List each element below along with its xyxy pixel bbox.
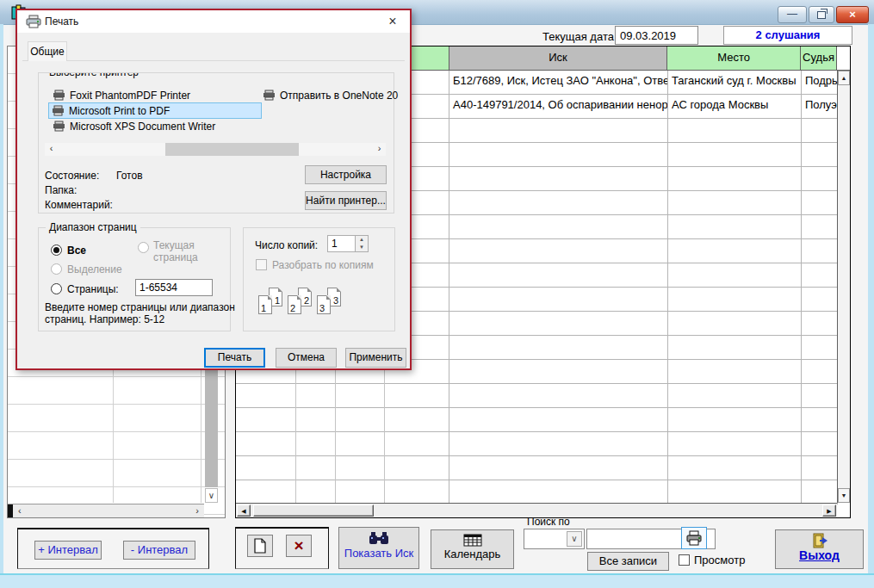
radio-all-label[interactable]: Все [67,244,86,257]
minus-interval-button[interactable]: - Интервал [123,541,195,560]
column-header-isk[interactable]: Иск [449,46,668,71]
radio-current-page[interactable] [138,242,149,253]
all-records-button[interactable]: Все записи [587,552,669,571]
print-button[interactable]: Печать [204,348,265,368]
table-row-empty [236,480,850,504]
collate-page-number: 2 [304,295,309,306]
calendar-button[interactable]: Календарь [431,529,514,569]
collate-page-number: 2 [290,303,295,313]
scroll-up-button[interactable]: ▲ [838,71,850,85]
printer-item-selected[interactable]: Microsoft Print to PDF [48,102,262,119]
window-frame-bottom [0,573,874,588]
cell-mesto: Таганский суд г. Москвы [668,71,802,95]
printer-item-icon [263,90,276,101]
close-button[interactable]: × [836,6,869,23]
spin-down-icon[interactable]: ▼ [356,244,368,251]
plus-interval-button[interactable]: + Интервал [34,541,102,560]
delete-record-button[interactable]: × [286,535,312,557]
hscroll-thumb[interactable] [253,504,374,517]
search-field-dropdown[interactable]: ∨ [524,529,585,549]
list-scroll-left-icon[interactable]: ‹ [45,143,58,156]
copies-input[interactable] [327,235,356,252]
apply-button[interactable]: Применить [345,348,406,368]
table-row-empty [236,456,850,480]
window-frame-right [868,24,874,588]
table-row-empty [236,384,850,408]
radio-selection-label: Выделение [67,263,122,275]
binoculars-icon [369,531,389,546]
exit-door-icon [811,533,828,548]
radio-pages-label: Страницы: [67,283,119,295]
minimize-button[interactable]: — [778,6,807,23]
left-panel-scroll-down-icon[interactable]: ∨ [205,488,218,503]
pages-range-input[interactable] [135,279,213,296]
restore-icon [817,11,826,19]
printer-item-icon [52,105,65,116]
left-panel-scroll-edge [8,504,13,517]
dropdown-chevron-icon[interactable]: ∨ [567,531,582,547]
radio-selection[interactable] [51,263,62,275]
print-button-toolbar[interactable] [681,527,707,549]
header-scroll-corner [837,46,850,71]
column-header-mesto[interactable]: Место [667,46,801,71]
cell-isk: Б12/7689, Иск, Истец ЗАО "Анкона", Ответ… [449,71,668,95]
cell-mesto: АС города Москвы [668,95,802,119]
printer-icon [685,530,703,546]
print-dialog-close-button[interactable]: × [382,12,403,31]
tab-general[interactable]: Общие [28,41,67,61]
new-record-button[interactable] [247,535,273,557]
radio-pages[interactable] [51,283,62,294]
calendar-label: Календарь [431,548,513,560]
left-panel-hscrollbar[interactable]: ‹ › [8,504,204,517]
minimize-icon: — [787,8,797,20]
scroll-down-icon: ▼ [841,492,847,498]
printer-item-label: Foxit PhantomPDF Printer [70,90,190,102]
find-printer-button[interactable]: Найти принтер... [305,191,387,210]
printer-item[interactable]: Microsoft XPS Document Writer [50,119,218,133]
radio-all[interactable] [51,244,62,256]
scroll-left-button[interactable]: ◀ [237,504,251,517]
restore-button[interactable] [809,6,834,23]
settings-button[interactable]: Настройка [305,165,387,184]
scroll-up-icon: ▲ [841,75,847,81]
printer-item-icon [53,90,65,101]
comment-label: Комментарий: [45,199,113,211]
left-scroll-left-icon[interactable]: ‹ [18,505,22,517]
exit-button[interactable]: Выход [775,529,864,569]
list-scroll-thumb[interactable] [165,143,299,156]
printer-item-label: Microsoft Print to PDF [69,105,170,117]
printer-list-hscrollbar[interactable]: ‹ › [45,143,386,156]
scroll-right-button[interactable]: ▶ [822,504,836,517]
red-x-icon: × [294,536,303,554]
collate-checkbox-label: Разобрать по копиям [272,259,374,271]
printer-item[interactable]: Отправить в OneNote 20 [260,88,400,102]
window-frame-left [0,24,3,588]
hearings-badge[interactable]: 2 слушания [723,26,852,45]
table-row-empty [236,408,850,432]
current-date-label: Текущая дата [542,30,614,43]
scroll-down-button[interactable]: ▼ [838,488,850,503]
exit-label: Выход [776,548,863,562]
printer-item-label: Microsoft XPS Document Writer [70,121,215,133]
copies-spinner[interactable]: ▲ ▼ [355,235,369,252]
folder-label: Папка: [45,184,77,196]
scroll-right-icon: ▶ [827,508,831,514]
printer-item-icon [53,121,65,132]
page-range-group-label: Диапазон страниц [46,221,140,233]
list-scroll-right-icon[interactable]: › [373,143,386,156]
printer-item-label: Отправить в OneNote 20 [280,90,398,102]
table-vscrollbar[interactable]: ▲ ▼ [837,71,850,503]
left-scroll-right-icon[interactable]: › [195,505,199,517]
current-date-input[interactable] [615,26,698,45]
column-header-sudya[interactable]: Судья [801,46,837,71]
calendar-icon [463,534,482,547]
cancel-button[interactable]: Отмена [276,348,337,368]
cell-sudya: Полуэкт [802,95,838,119]
preview-checkbox[interactable] [679,554,690,566]
show-claim-button[interactable]: Показать Иск [338,527,419,569]
collate-checkbox[interactable] [256,259,267,270]
collate-page-number: 1 [275,295,280,306]
printer-item[interactable]: Foxit PhantomPDF Printer [50,88,193,102]
spin-up-icon[interactable]: ▲ [356,236,368,244]
range-hint-line1: Введите номер страницы или диапазон [45,301,235,313]
